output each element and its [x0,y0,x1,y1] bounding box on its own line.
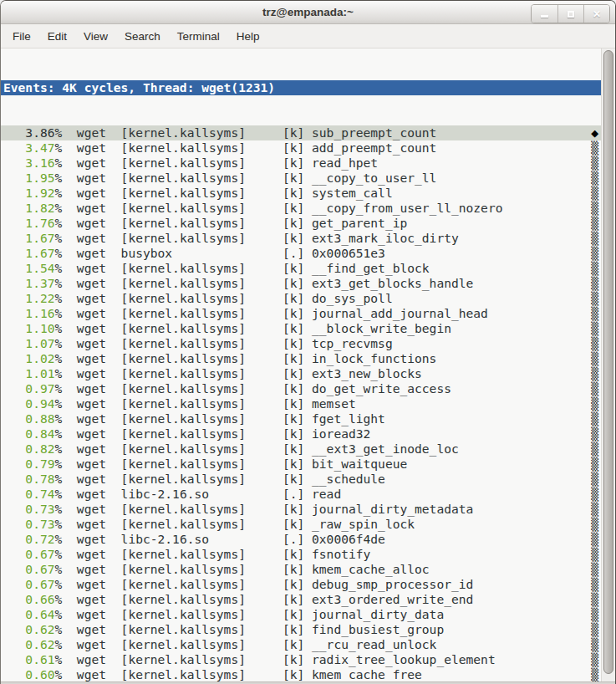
tui-scrollbar-icon: ▒ [591,547,598,562]
row-text: % wget [kernel.kallsyms] [k] ext3_ordere… [55,592,474,606]
perf-row[interactable]: 0.78% wget [kernel.kallsyms] [k] __sched… [1,472,601,487]
perf-row[interactable]: 0.62% wget [kernel.kallsyms] [k] find_bu… [1,622,601,637]
perf-row[interactable]: 1.92% wget [kernel.kallsyms] [k] system_… [1,186,601,201]
menu-terminal[interactable]: Terminal [169,27,228,46]
perf-row[interactable]: 0.60% wget [kernel.kallsyms] [k] kmem_ca… [1,667,601,681]
perf-row[interactable]: 0.82% wget [kernel.kallsyms] [k] __ext3_… [1,442,601,457]
perf-row[interactable]: 0.62% wget [kernel.kallsyms] [k] __rcu_r… [1,637,601,652]
perf-row[interactable]: 0.67% wget [kernel.kallsyms] [k] kmem_ca… [1,562,601,577]
perf-row[interactable]: 0.67% wget [kernel.kallsyms] [k] fsnotif… [1,547,601,562]
menu-search[interactable]: Search [116,27,169,46]
menu-file[interactable]: File [4,27,39,46]
row-text: % wget [kernel.kallsyms] [k] memset [55,396,356,411]
scrollbar[interactable] [601,48,615,681]
row-text: % wget [kernel.kallsyms] [k] get_parent_… [55,216,408,230]
perf-row[interactable]: 1.95% wget [kernel.kallsyms] [k] __copy_… [1,171,601,186]
titlebar[interactable]: trz@empanada:~ ✕ [1,1,615,24]
perf-row[interactable]: 0.61% wget [kernel.kallsyms] [k] radix_t… [1,652,601,667]
overhead-value: 0.67 [3,577,55,591]
perf-row[interactable]: 1.07% wget [kernel.kallsyms] [k] tcp_rec… [1,336,601,351]
tui-scrollbar-icon: ▒ [591,442,598,457]
perf-row[interactable]: 0.66% wget [kernel.kallsyms] [k] ext3_or… [1,592,601,607]
perf-row[interactable]: 0.84% wget [kernel.kallsyms] [k] ioread3… [1,426,601,442]
perf-row[interactable]: 1.67% wget [kernel.kallsyms] [k] ext3_ma… [1,231,601,246]
perf-row[interactable]: 1.67% wget busybox [.] 0x000651e3▒ [1,246,601,261]
overhead-value: 3.16 [3,156,55,170]
overhead-value: 0.72 [3,532,55,546]
tui-scrollbar-icon: ▒ [591,381,598,396]
row-text: % wget [kernel.kallsyms] [k] bit_waitque… [55,457,408,471]
minimize-button[interactable] [532,5,557,23]
row-text: % wget [kernel.kallsyms] [k] journal_dir… [55,607,445,621]
tui-scrollbar-icon: ▒ [591,532,598,547]
perf-row[interactable]: 0.72% wget libc-2.16.so [.] 0x0006f4de▒ [1,532,601,547]
overhead-value: 0.97 [3,381,55,396]
tui-scrollbar-icon: ▒ [591,502,598,517]
overhead-value: 1.01 [3,366,55,380]
overhead-value: 1.22 [3,291,55,305]
tui-scrollbar-icon: ▒ [591,140,598,156]
perf-symbol-list: 3.86% wget [kernel.kallsyms] [k] sub_pre… [1,125,601,681]
perf-row[interactable]: 3.16% wget [kernel.kallsyms] [k] read_hp… [1,156,601,171]
menu-help[interactable]: Help [228,27,268,46]
window-title: trz@empanada:~ [262,6,354,18]
perf-row[interactable]: 1.37% wget [kernel.kallsyms] [k] ext3_ge… [1,276,601,291]
perf-row[interactable]: 3.86% wget [kernel.kallsyms] [k] sub_pre… [1,125,601,140]
terminal-screen: Events: 4K cycles, Thread: wget(1231) 3.… [1,48,601,681]
tui-scrollbar-icon: ▒ [591,276,598,291]
terminal-main: Events: 4K cycles, Thread: wget(1231) 3.… [1,48,615,681]
perf-row[interactable]: 0.97% wget [kernel.kallsyms] [k] do_get_… [1,381,601,396]
overhead-value: 0.64 [3,607,55,621]
perf-row[interactable]: 0.64% wget [kernel.kallsyms] [k] journal… [1,607,601,622]
perf-row[interactable]: 1.16% wget [kernel.kallsyms] [k] journal… [1,306,601,321]
row-text: % wget [kernel.kallsyms] [k] do_get_writ… [55,381,451,396]
menu-view[interactable]: View [75,27,116,46]
row-text: % wget [kernel.kallsyms] [k] fsnotify [55,547,371,561]
scrollbar-thumb[interactable] [603,50,613,674]
tui-scrollbar-icon: ▒ [591,426,598,442]
close-button[interactable]: ✕ [583,5,609,23]
perf-row[interactable]: 0.88% wget [kernel.kallsyms] [k] fget_li… [1,411,601,426]
row-text: % wget [kernel.kallsyms] [k] __copy_to_u… [55,171,437,185]
overhead-value: 0.73 [3,502,55,516]
tui-scrollbar-icon: ▒ [591,231,598,246]
overhead-value: 0.88 [3,411,55,426]
perf-row[interactable]: 1.02% wget [kernel.kallsyms] [k] in_lock… [1,351,601,366]
row-text: % wget libc-2.16.so [.] 0x0006f4de [55,532,385,546]
perf-row[interactable]: 1.76% wget [kernel.kallsyms] [k] get_par… [1,216,601,231]
perf-row[interactable]: 1.82% wget [kernel.kallsyms] [k] __copy_… [1,201,601,216]
maximize-button[interactable] [557,5,583,23]
perf-row[interactable]: 0.73% wget [kernel.kallsyms] [k] _raw_sp… [1,517,601,532]
row-text: % wget [kernel.kallsyms] [k] kmem_cache_… [55,667,422,681]
perf-row[interactable]: 0.79% wget [kernel.kallsyms] [k] bit_wai… [1,457,601,472]
perf-row[interactable]: 0.74% wget libc-2.16.so [.] read▒ [1,487,601,502]
perf-row[interactable]: 3.47% wget [kernel.kallsyms] [k] add_pre… [1,140,601,156]
tui-scrollbar-icon: ▒ [591,577,598,592]
row-text: % wget [kernel.kallsyms] [k] journal_dir… [55,502,474,516]
perf-row[interactable]: 1.01% wget [kernel.kallsyms] [k] ext3_ne… [1,366,601,381]
row-text: % wget [kernel.kallsyms] [k] __block_wri… [55,321,451,335]
overhead-value: 0.67 [3,547,55,561]
perf-row[interactable]: 0.73% wget [kernel.kallsyms] [k] journal… [1,502,601,517]
perf-row[interactable]: 0.67% wget [kernel.kallsyms] [k] debug_s… [1,577,601,592]
overhead-value: 0.73 [3,517,55,531]
tui-scrollbar-icon: ▒ [591,457,598,472]
perf-row[interactable]: 1.10% wget [kernel.kallsyms] [k] __block… [1,321,601,336]
row-text: % wget [kernel.kallsyms] [k] sub_preempt… [55,125,437,140]
tui-scrollbar-icon: ▒ [591,622,598,637]
row-text: % wget [kernel.kallsyms] [k] add_preempt… [55,140,437,155]
row-text: % wget [kernel.kallsyms] [k] fget_light [55,411,385,426]
overhead-value: 1.10 [3,321,55,335]
row-text: % wget [kernel.kallsyms] [k] __find_get_… [55,261,430,275]
menu-edit[interactable]: Edit [39,27,75,46]
overhead-value: 0.94 [3,396,55,411]
perf-row[interactable]: 0.94% wget [kernel.kallsyms] [k] memset▒ [1,396,601,411]
overhead-value: 1.16 [3,306,55,320]
row-text: % wget [kernel.kallsyms] [k] find_busies… [55,622,445,636]
perf-row[interactable]: 1.54% wget [kernel.kallsyms] [k] __find_… [1,261,601,276]
overhead-value: 0.61 [3,652,55,666]
overhead-value: 0.84 [3,426,55,441]
tui-scrollbar-icon: ▒ [591,592,598,607]
perf-row[interactable]: 1.22% wget [kernel.kallsyms] [k] do_sys_… [1,291,601,306]
minimize-icon [541,15,548,18]
